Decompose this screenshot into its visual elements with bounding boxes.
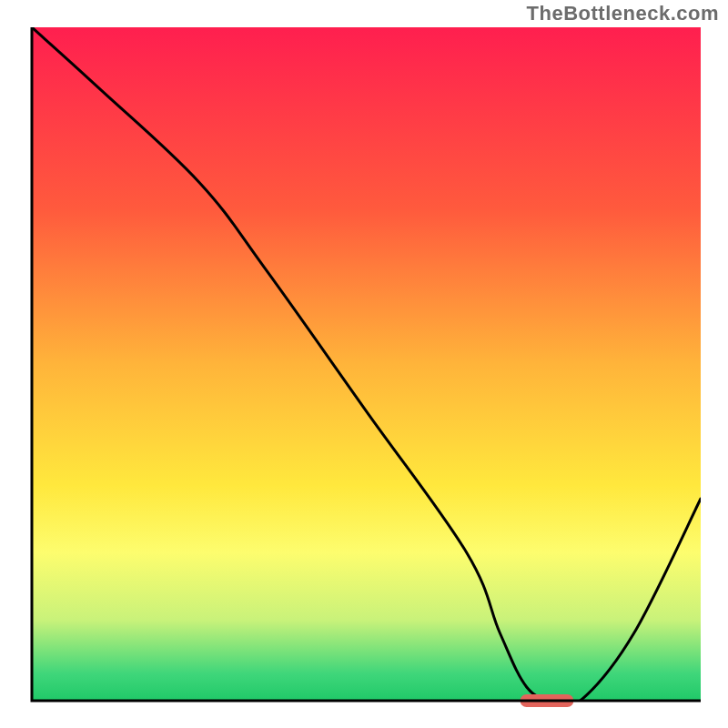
- plot-background: [32, 27, 701, 701]
- bottleneck-chart: [0, 0, 728, 728]
- watermark-text: TheBottleneck.com: [527, 2, 719, 25]
- chart-container: TheBottleneck.com: [0, 0, 728, 728]
